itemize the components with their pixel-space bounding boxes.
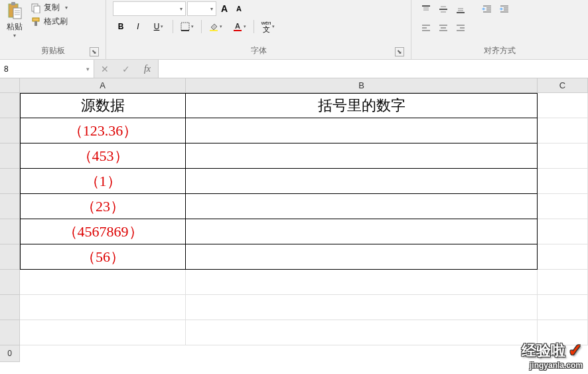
accept-formula-button[interactable]: ✓	[115, 60, 137, 78]
italic-button[interactable]: I	[130, 19, 146, 35]
cancel-formula-button[interactable]: ✕	[94, 60, 115, 78]
formula-input[interactable]	[159, 60, 588, 78]
name-box-input[interactable]	[4, 64, 86, 74]
row-header[interactable]	[0, 244, 19, 270]
cell[interactable]	[538, 169, 588, 194]
svg-text:A: A	[235, 22, 240, 30]
fx-label: fx	[144, 64, 151, 74]
decrease-indent-button[interactable]	[479, 1, 495, 17]
cell[interactable]: 括号里的数字	[186, 93, 538, 118]
cell[interactable]: （1）	[20, 169, 186, 194]
svg-rect-10	[181, 23, 189, 31]
paste-button[interactable]: 粘贴 ▾	[4, 0, 25, 40]
row-header[interactable]	[0, 169, 19, 194]
font-color-button[interactable]: A ▾	[228, 19, 251, 35]
fill-color-button[interactable]: ▾	[204, 19, 227, 35]
cell[interactable]	[186, 118, 538, 143]
cell[interactable]	[186, 194, 538, 219]
column-header-c[interactable]: C	[538, 78, 588, 92]
chevron-down-icon: ▾	[180, 6, 183, 12]
row-header[interactable]: 0	[0, 345, 19, 362]
align-bottom-icon	[455, 4, 466, 15]
cell[interactable]: （4567869）	[20, 219, 186, 244]
cell[interactable]: （123.36）	[20, 118, 186, 143]
clipboard-group-label: 剪贴板 ⬊	[4, 44, 102, 59]
cell[interactable]	[20, 295, 186, 320]
check-icon: ✓	[122, 64, 130, 74]
cell[interactable]	[186, 270, 538, 295]
cell[interactable]	[186, 143, 538, 169]
align-left-button[interactable]	[418, 20, 434, 36]
row-header[interactable]	[0, 118, 19, 143]
cell[interactable]	[538, 194, 588, 219]
svg-rect-12	[210, 30, 218, 31]
cell[interactable]	[538, 93, 588, 118]
decrease-font-button[interactable]: A	[232, 1, 246, 16]
insert-function-button[interactable]: fx	[137, 60, 158, 78]
svg-rect-7	[34, 6, 40, 13]
copy-label: 复制	[44, 2, 60, 13]
font-size-select[interactable]: ▾	[187, 1, 216, 16]
phonetic-button[interactable]: wén 文 ▾	[257, 19, 279, 35]
cell[interactable]	[538, 118, 588, 143]
separator	[173, 20, 173, 33]
spreadsheet: A B C 0 源数据 括号里的数字 （123.36）	[0, 78, 588, 362]
separator	[254, 20, 254, 33]
row-header[interactable]	[0, 219, 19, 244]
cell[interactable]	[186, 320, 538, 345]
increase-indent-button[interactable]	[496, 1, 512, 17]
cell[interactable]	[20, 270, 186, 295]
cell[interactable]	[186, 219, 538, 244]
cell[interactable]	[538, 295, 588, 320]
cell[interactable]	[538, 270, 588, 295]
format-painter-button[interactable]: 格式刷	[28, 15, 70, 28]
cell[interactable]: （453）	[20, 143, 186, 169]
decrease-indent-icon	[482, 4, 492, 15]
chevron-down-icon: ▾	[86, 66, 90, 72]
cell[interactable]	[538, 143, 588, 169]
align-middle-icon	[438, 4, 449, 15]
align-bottom-button[interactable]	[453, 1, 469, 17]
bold-button[interactable]: B	[113, 19, 129, 35]
align-middle-button[interactable]	[435, 1, 451, 17]
cell[interactable]: （23）	[20, 194, 186, 219]
row-header[interactable]	[0, 295, 19, 320]
column-header-a[interactable]: A	[20, 78, 186, 92]
cell[interactable]	[186, 169, 538, 194]
border-button[interactable]: ▾	[176, 19, 198, 35]
cell[interactable]	[20, 320, 186, 345]
chevron-down-icon: ▾	[210, 6, 213, 12]
row-header[interactable]	[0, 93, 19, 118]
row-headers: 0	[0, 93, 20, 362]
x-icon: ✕	[101, 64, 109, 74]
cell[interactable]	[538, 219, 588, 244]
increase-font-button[interactable]: A	[218, 1, 231, 16]
align-top-button[interactable]	[418, 1, 434, 17]
bold-label: B	[118, 22, 124, 31]
row-header[interactable]	[0, 270, 19, 295]
copy-button[interactable]: 复制 ▾	[28, 1, 70, 14]
name-box[interactable]: ▾	[0, 60, 94, 78]
cell[interactable]	[186, 295, 538, 320]
font-name-select[interactable]: ▾	[113, 1, 186, 16]
cell[interactable]	[538, 244, 588, 270]
column-header-b[interactable]: B	[186, 78, 538, 92]
ribbon-group-alignment: 对齐方式	[411, 0, 588, 59]
cell[interactable]: （56）	[20, 244, 186, 270]
align-right-button[interactable]	[453, 20, 469, 36]
select-all-corner[interactable]	[0, 78, 20, 92]
cell[interactable]: 源数据	[20, 93, 186, 118]
row-header[interactable]	[0, 320, 19, 345]
svg-rect-2	[13, 8, 21, 19]
ribbon-group-font: ▾ ▾ A A B I U▾ ▾	[106, 0, 411, 59]
fill-color-icon	[209, 22, 218, 31]
align-left-icon	[421, 23, 431, 33]
dialog-launcher-icon[interactable]: ⬊	[395, 47, 404, 56]
row-header[interactable]	[0, 143, 19, 169]
dialog-launcher-icon[interactable]: ⬊	[90, 47, 99, 56]
underline-button[interactable]: U▾	[147, 19, 170, 35]
align-center-button[interactable]	[435, 20, 451, 36]
cell[interactable]	[186, 244, 538, 270]
row-header[interactable]	[0, 194, 19, 219]
svg-rect-9	[35, 21, 37, 26]
